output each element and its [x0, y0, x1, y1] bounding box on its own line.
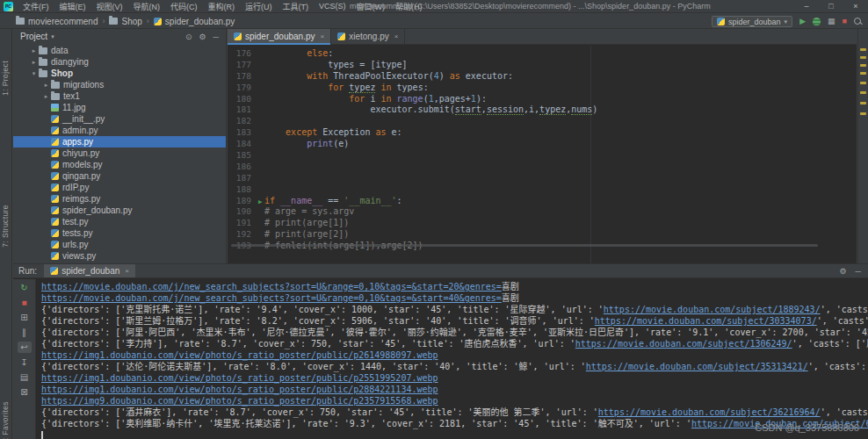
- console-link[interactable]: https://movie.douban.com/j/new_search_su…: [41, 282, 502, 291]
- breadcrumb-spider_douban.py[interactable]: spider_douban.py: [154, 17, 235, 26]
- expand-arrow-icon[interactable]: ▸: [29, 47, 39, 54]
- menu-代码(C)[interactable]: 代码(C): [165, 0, 203, 12]
- soft-wrap-button[interactable]: ↩: [18, 342, 32, 353]
- console-line: [41, 429, 868, 439]
- inspection-mark[interactable]: [860, 56, 866, 59]
- inspection-mark[interactable]: [860, 91, 866, 94]
- tree-item-views.py[interactable]: views.py: [13, 250, 226, 262]
- stop-button[interactable]: ■: [18, 297, 32, 308]
- stop-button[interactable]: ■: [843, 14, 847, 29]
- tree-item-11.jpg[interactable]: 11.jpg: [13, 102, 226, 113]
- tree-item-reimgs.py[interactable]: reimgs.py: [13, 193, 226, 205]
- search-everywhere-icon[interactable]: [854, 18, 863, 26]
- console-link[interactable]: https://movie.douban.com/subject/3033407…: [595, 316, 817, 326]
- tree-item-Shop[interactable]: ▾Shop: [13, 68, 226, 79]
- tool-button-structure[interactable]: 7: Structure: [1, 205, 10, 248]
- run-config-selector[interactable]: spider_douban ▾: [712, 16, 792, 27]
- menu-导航(N)[interactable]: 导航(N): [128, 0, 166, 12]
- pause-output-button[interactable]: ∥: [18, 327, 32, 338]
- restore-layout-button[interactable]: ⊞: [18, 312, 32, 323]
- console-output[interactable]: https://movie.douban.com/j/new_search_su…: [37, 279, 868, 439]
- menu-视图(V)[interactable]: 视图(V): [91, 0, 128, 12]
- tree-item-qingan.py[interactable]: qingan.py: [13, 170, 226, 182]
- run-tab[interactable]: spider_douban ×: [44, 264, 135, 277]
- menu-运行(U)[interactable]: 运行(U): [240, 0, 278, 12]
- tree-item-label: chiyun.py: [62, 148, 99, 158]
- tree-item-apps.py[interactable]: apps.py: [13, 136, 226, 148]
- inspection-mark[interactable]: [860, 64, 866, 67]
- inspection-mark[interactable]: [860, 48, 866, 51]
- tree-item-label: qingan.py: [62, 171, 100, 181]
- close-tab-icon[interactable]: ×: [321, 32, 325, 40]
- tree-item-chiyun.py[interactable]: chiyun.py: [13, 148, 226, 159]
- menu-编辑(E)[interactable]: 编辑(E): [54, 0, 91, 12]
- inspection-mark[interactable]: [860, 72, 866, 75]
- settings-gear-icon[interactable]: ⚙: [840, 267, 847, 276]
- console-link[interactable]: https://img1.doubanio.com/view/photo/s_r…: [41, 385, 438, 394]
- console-link[interactable]: https://movie.douban.com/subject/3621696…: [598, 407, 821, 417]
- console-link[interactable]: https://movie.douban.com/subject/1306249…: [575, 339, 792, 349]
- menu-重构(R)[interactable]: 重构(R): [203, 0, 241, 12]
- editor-tab-spider_douban.py[interactable]: spider_douban.py×: [228, 29, 331, 44]
- breadcrumb-movierecommend[interactable]: movierecommend: [16, 17, 98, 26]
- print-button[interactable]: ▤: [18, 371, 32, 383]
- project-panel-header[interactable]: Project ▾ ⊙ ⚙ ─: [13, 29, 226, 44]
- tree-item-models.py[interactable]: models.py: [13, 159, 226, 170]
- hide-panel-icon[interactable]: ─: [212, 32, 221, 41]
- expand-arrow-icon[interactable]: ▸: [41, 82, 51, 89]
- tree-item-tests.py[interactable]: tests.py: [13, 227, 226, 239]
- gear-icon[interactable]: ⚙: [198, 32, 208, 41]
- tree-item-spider_douban.py[interactable]: spider_douban.py: [13, 205, 226, 216]
- horizontal-scrollbar[interactable]: [231, 244, 818, 247]
- clear-all-button[interactable]: ⊠: [18, 386, 32, 398]
- python-file-icon: [51, 161, 59, 169]
- console-link[interactable]: https://movie.douban.com/subject/3531342…: [586, 362, 808, 371]
- console-link[interactable]: https://img1.doubanio.com/view/photo/s_r…: [41, 373, 438, 383]
- menu-工具(T)[interactable]: 工具(T): [278, 0, 315, 12]
- tree-item-urls.py[interactable]: urls.py: [13, 239, 226, 250]
- console-text: ', 'casts': ['马修·麦康纳', '安妮·海瑟薇', '杰西卡·查斯…: [821, 305, 868, 314]
- breadcrumb-Shop[interactable]: Shop: [109, 17, 141, 26]
- tree-item-migrations[interactable]: ▸migrations: [13, 79, 226, 90]
- tree-item-rdIP.py[interactable]: rdIP.py: [13, 182, 226, 193]
- tree-item-diangying[interactable]: ▸diangying: [13, 56, 226, 68]
- console-link[interactable]: https://img1.doubanio.com/view/photo/s_r…: [41, 350, 438, 360]
- console-text: 喜剧: [502, 293, 519, 303]
- close-button[interactable]: ×: [843, 0, 868, 13]
- hide-panel-icon[interactable]: ─: [856, 267, 861, 276]
- menu-文件(F)[interactable]: 文件(F): [18, 0, 54, 12]
- debug-button[interactable]: [813, 18, 821, 25]
- code-editor[interactable]: 176 else:177 types = [itype]178 with Thr…: [228, 46, 857, 263]
- run-gutter-icon[interactable]: ▶: [258, 198, 262, 205]
- console-link[interactable]: https://img9.doubanio.com/view/photo/s_r…: [41, 396, 438, 406]
- tool-button-project[interactable]: 1: Project: [1, 61, 10, 96]
- expand-arrow-icon[interactable]: ▸: [41, 93, 51, 100]
- expand-arrow-icon[interactable]: ▾: [29, 70, 39, 77]
- console-line: {'directors': ['李力持'], 'rate': '8.7', 'c…: [41, 338, 868, 349]
- inspection-mark[interactable]: [860, 112, 866, 115]
- run-button[interactable]: ▶: [799, 14, 806, 29]
- tree-item-test.py[interactable]: test.py: [13, 216, 226, 227]
- inspection-mark[interactable]: [860, 82, 866, 84]
- coverage-button[interactable]: ▦: [828, 14, 835, 29]
- tree-item-admin.py[interactable]: admin.py: [13, 125, 226, 136]
- editor-tab-xietong.py[interactable]: xietong.py×: [331, 29, 405, 44]
- tool-button-favorites[interactable]: 2: Favorites: [1, 401, 10, 439]
- close-tab-icon[interactable]: ×: [125, 267, 129, 275]
- tree-item-tex1[interactable]: ▸tex1: [13, 90, 226, 102]
- tree-item-data[interactable]: ▸data: [13, 45, 226, 56]
- scroll-to-end-button[interactable]: ↧: [18, 356, 32, 368]
- tree-item-__init__.py[interactable]: __init__.py: [13, 113, 226, 125]
- locate-icon[interactable]: ⊙: [184, 32, 194, 41]
- expand-arrow-icon[interactable]: ▸: [29, 59, 39, 66]
- code-line-192: 192# print(arge[2]): [228, 229, 857, 241]
- console-link[interactable]: https://movie.douban.com/j/new_search_su…: [41, 293, 502, 303]
- inspection-mark[interactable]: [860, 102, 866, 104]
- menu-VCS(S)[interactable]: VCS(S): [314, 0, 351, 12]
- console-link[interactable]: https://movie.douban.com/subject/1889243…: [604, 305, 821, 314]
- close-tab-icon[interactable]: ×: [394, 32, 399, 40]
- maximize-button[interactable]: □: [819, 0, 843, 13]
- rerun-button[interactable]: ↻: [18, 282, 32, 293]
- minimize-button[interactable]: –: [794, 0, 819, 13]
- tree-item-label: data: [51, 46, 68, 55]
